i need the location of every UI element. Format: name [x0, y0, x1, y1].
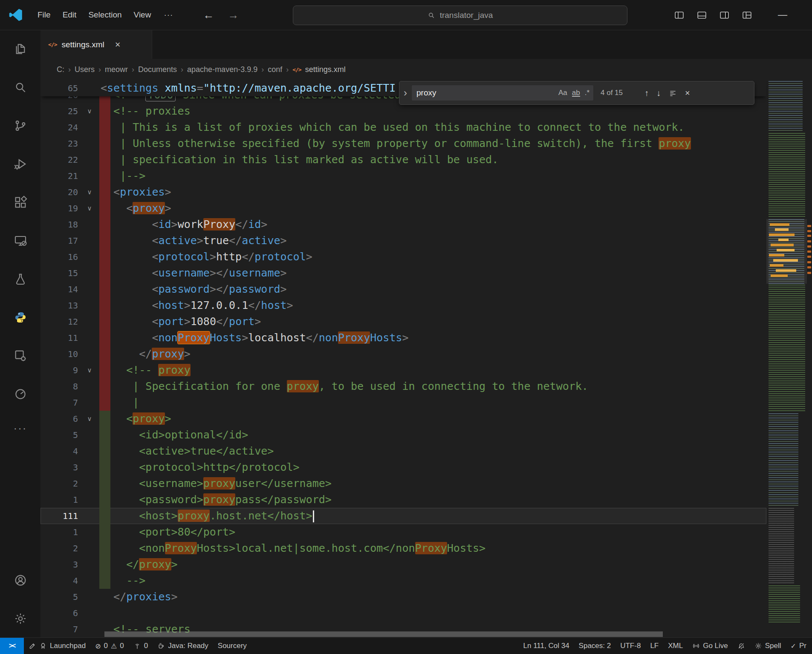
find-query-input[interactable]: [416, 88, 554, 98]
breadcrumb-segment[interactable]: C:: [57, 65, 64, 74]
menu-selection[interactable]: Selection: [82, 7, 127, 23]
code-line[interactable]: 4 -->: [40, 573, 766, 589]
code-line[interactable]: 6∨ <proxy>: [40, 411, 766, 427]
line-number[interactable]: 6: [40, 605, 78, 621]
line-number[interactable]: 14: [40, 281, 78, 297]
status-ports[interactable]: 0: [129, 642, 153, 650]
forward-icon[interactable]: →: [223, 7, 244, 23]
sidebar-item-remote-explorer[interactable]: [0, 222, 40, 260]
status-java[interactable]: Java: Ready: [153, 642, 213, 650]
toggle-panel-icon[interactable]: [696, 10, 707, 20]
line-number[interactable]: 16: [40, 249, 78, 265]
horizontal-scrollbar[interactable]: [104, 631, 663, 637]
code-line[interactable]: 111 <host>proxy.host.net</host>: [40, 508, 766, 524]
breadcrumb-segment[interactable]: meowr: [105, 65, 128, 74]
line-number[interactable]: 1: [40, 492, 78, 508]
code-line[interactable]: 25∨ <!-- proxies: [40, 103, 766, 119]
code-line[interactable]: 12 <port>1080</port>: [40, 314, 766, 330]
remote-indicator[interactable]: ><: [0, 638, 24, 654]
status-problems[interactable]: ⊘ 0 ⚠ 0: [90, 642, 129, 650]
minimap[interactable]: [766, 80, 807, 638]
status-notifications[interactable]: [733, 642, 750, 650]
line-number[interactable]: 4: [40, 443, 78, 459]
code-line[interactable]: 2 <nonProxyHosts>local.net|some.host.com…: [40, 540, 766, 556]
line-number[interactable]: 24: [40, 119, 78, 135]
line-number[interactable]: 1: [40, 524, 78, 540]
line-number[interactable]: 5: [40, 589, 78, 605]
line-number[interactable]: 3: [40, 459, 78, 475]
code-line[interactable]: 6: [40, 605, 766, 621]
fold-chevron-icon[interactable]: ∨: [82, 362, 97, 378]
close-icon[interactable]: ×: [115, 39, 121, 50]
code-line[interactable]: 24 | This is a list of proxies which can…: [40, 119, 766, 135]
line-number[interactable]: 5: [40, 427, 78, 443]
account-icon[interactable]: [0, 561, 40, 599]
settings-gear-icon[interactable]: [0, 599, 40, 638]
breadcrumb-segment[interactable]: Documents: [138, 65, 177, 74]
line-number[interactable]: 23: [40, 135, 78, 152]
code-line[interactable]: 17 <active>true</active>: [40, 233, 766, 249]
line-number[interactable]: 13: [40, 297, 78, 314]
toggle-secondary-sidebar-icon[interactable]: [719, 10, 730, 20]
code-line[interactable]: 14 <password></password>: [40, 281, 766, 297]
line-number[interactable]: 12: [40, 314, 78, 330]
status-cursor-position[interactable]: Ln 111, Col 34: [519, 642, 574, 650]
sidebar-item-search[interactable]: [0, 68, 40, 107]
line-number[interactable]: 17: [40, 233, 78, 249]
sidebar-item-explorer[interactable]: [0, 30, 40, 68]
line-number[interactable]: 15: [40, 265, 78, 281]
line-number[interactable]: 2: [40, 475, 78, 492]
code-line[interactable]: 3 </proxy>: [40, 556, 766, 573]
menu-more[interactable]: ···: [158, 7, 179, 23]
toggle-replace-icon[interactable]: ›: [399, 81, 411, 104]
menu-view[interactable]: View: [128, 7, 157, 23]
line-number[interactable]: 22: [40, 152, 78, 168]
code-line[interactable]: 1 <password>proxypass</password>: [40, 492, 766, 508]
code-line[interactable]: 5 </proxies>: [40, 589, 766, 605]
line-number[interactable]: 21: [40, 168, 78, 184]
fold-chevron-icon[interactable]: ∨: [82, 411, 97, 427]
code-line[interactable]: 7 |: [40, 395, 766, 411]
code-line[interactable]: 1 <port>80</port>: [40, 524, 766, 540]
line-number[interactable]: 9: [40, 362, 78, 378]
breadcrumb-file[interactable]: settings.xml: [305, 65, 346, 74]
tab-settings-xml[interactable]: </> settings.xml ×: [40, 30, 152, 59]
breadcrumb-segment[interactable]: Users: [75, 65, 95, 74]
code-line[interactable]: 21 |-->: [40, 168, 766, 184]
status-indentation[interactable]: Spaces: 2: [574, 642, 616, 650]
status-eol[interactable]: LF: [645, 642, 663, 650]
sidebar-item-containers[interactable]: [0, 337, 40, 375]
status-spell[interactable]: Spell: [750, 642, 786, 650]
sidebar-item-source-control[interactable]: [0, 107, 40, 145]
line-number[interactable]: 25: [40, 103, 78, 119]
back-icon[interactable]: ←: [198, 7, 219, 23]
fold-chevron-icon[interactable]: ∨: [82, 200, 97, 216]
code-line[interactable]: 19∨ <proxy>: [40, 200, 766, 216]
menu-file[interactable]: File: [32, 7, 57, 23]
fold-chevron-icon[interactable]: ∨: [82, 103, 97, 119]
whole-word-icon[interactable]: ab: [572, 89, 580, 97]
status-encoding[interactable]: UTF-8: [616, 642, 645, 650]
close-find-icon[interactable]: ×: [685, 88, 690, 98]
code-line[interactable]: 16 <protocol>http</protocol>: [40, 249, 766, 265]
line-number[interactable]: 19: [40, 200, 78, 216]
code-line[interactable]: 22 | specification in this list marked a…: [40, 152, 766, 168]
minimize-icon[interactable]: —: [774, 0, 792, 30]
find-previous-icon[interactable]: ↑: [644, 88, 649, 98]
line-number[interactable]: 20: [40, 184, 78, 200]
match-case-icon[interactable]: Aa: [558, 89, 567, 97]
sidebar-item-python[interactable]: [0, 298, 40, 337]
toggle-sidebar-icon[interactable]: [674, 10, 685, 20]
sidebar-item-tool[interactable]: [0, 375, 40, 413]
code-line[interactable]: 20∨ <proxies>: [40, 184, 766, 200]
code-line[interactable]: 10 </proxy>: [40, 346, 766, 362]
find-in-selection-icon[interactable]: [668, 89, 677, 98]
breadcrumb-segment[interactable]: apache-maven-3.9.9: [187, 65, 257, 74]
code-line[interactable]: 8 | Specification for one proxy, to be u…: [40, 378, 766, 395]
customize-layout-icon[interactable]: [742, 10, 752, 20]
line-number[interactable]: 10: [40, 346, 78, 362]
menu-edit[interactable]: Edit: [57, 7, 83, 23]
line-number[interactable]: 7: [40, 395, 78, 411]
code-line[interactable]: 15 <username></username>: [40, 265, 766, 281]
line-number[interactable]: 6: [40, 411, 78, 427]
